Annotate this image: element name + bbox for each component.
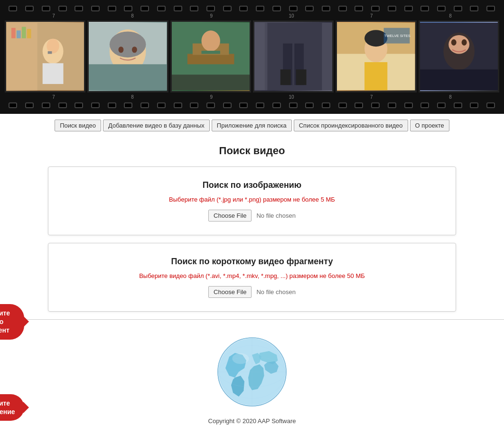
- nav-about[interactable]: О проекте: [410, 120, 449, 131]
- nav-search-video[interactable]: Поиск видео: [55, 120, 101, 131]
- main-content: Выберите видео фрагмент Выберите изображ…: [38, 166, 466, 312]
- hole: [157, 6, 166, 11]
- filmstrip-bottom-holes: [0, 101, 504, 110]
- hole: [289, 102, 298, 108]
- svg-point-39: [451, 39, 456, 46]
- frame-number-top: 10: [289, 13, 294, 18]
- svg-point-13: [119, 46, 124, 53]
- image-file-input-row: Choose File No file chosen: [67, 210, 437, 222]
- frame-number-bottom: 9: [210, 94, 213, 100]
- hole: [206, 6, 215, 11]
- hole: [272, 102, 281, 108]
- hole: [42, 102, 50, 108]
- video-search-title: Поиск по короткому видео фрагменту: [67, 257, 437, 267]
- svg-rect-2: [11, 28, 16, 38]
- hole: [355, 102, 363, 108]
- frame-number-top: 8: [131, 13, 134, 18]
- hole: [289, 6, 298, 11]
- hole: [371, 102, 380, 108]
- hole: [140, 102, 149, 108]
- hole: [404, 6, 413, 11]
- image-search-title: Поиск по изображению: [67, 180, 437, 190]
- svg-rect-4: [22, 27, 26, 38]
- hole: [174, 102, 182, 108]
- svg-text:TWELVE SITES: TWELVE SITES: [384, 34, 411, 38]
- svg-rect-28: [254, 23, 267, 90]
- svg-rect-21: [172, 74, 250, 90]
- hole: [355, 6, 363, 11]
- hole: [388, 6, 396, 11]
- image-choose-file-button[interactable]: Choose File: [208, 210, 252, 222]
- hole: [470, 6, 478, 11]
- hole: [91, 102, 100, 108]
- film-frame: [170, 20, 251, 92]
- hole: [486, 6, 495, 11]
- frame-number-top: 7: [52, 13, 55, 18]
- hole: [91, 6, 100, 11]
- hole: [437, 102, 446, 108]
- callout-image: Выберите изображение: [0, 394, 24, 421]
- hole: [75, 6, 83, 11]
- video-file-input-row: Choose File No file chosen: [67, 286, 437, 298]
- image-search-section: Поиск по изображению Выберите файл (*.jp…: [48, 166, 456, 235]
- filmstrip-top-holes: [0, 4, 504, 13]
- svg-point-50: [232, 353, 249, 364]
- hole: [305, 6, 314, 11]
- hole: [25, 102, 34, 108]
- hole: [9, 6, 17, 11]
- hole: [371, 6, 380, 11]
- filmstrip-frames: TWELVE SITES: [0, 18, 504, 94]
- hole: [174, 6, 182, 11]
- nav-indexed-list[interactable]: Список проиндексированного видео: [294, 120, 408, 131]
- hole: [388, 102, 396, 108]
- svg-rect-23: [265, 23, 322, 90]
- svg-point-38: [448, 35, 469, 54]
- hole: [190, 102, 198, 108]
- hole: [437, 6, 446, 11]
- hole: [223, 6, 232, 11]
- navbar: Поиск видео Добавление видео в базу данн…: [0, 114, 504, 137]
- svg-rect-1: [6, 23, 37, 90]
- svg-point-19: [201, 30, 220, 51]
- video-search-desc: Выберите видео файл (*.avi, *.mp4, *.mkv…: [67, 272, 437, 279]
- hole: [454, 6, 462, 11]
- hole: [124, 102, 132, 108]
- frame-number-top: 7: [370, 13, 373, 18]
- image-no-file-label: No file chosen: [256, 212, 295, 219]
- filmstrip: 7 8 9 10 7 8: [0, 0, 504, 114]
- hole: [75, 102, 83, 108]
- hole: [272, 6, 281, 11]
- hole: [9, 102, 17, 108]
- svg-point-40: [461, 39, 467, 46]
- callout-video: Выберите видео фрагмент: [0, 304, 24, 340]
- film-frame: [5, 20, 85, 92]
- hole: [256, 102, 264, 108]
- hole: [223, 102, 232, 108]
- nav-search-app[interactable]: Приложение для поиска: [212, 120, 292, 131]
- hole: [157, 102, 166, 108]
- hole: [58, 6, 67, 11]
- hole: [470, 102, 478, 108]
- svg-point-8: [47, 39, 59, 54]
- hole: [305, 102, 314, 108]
- hole: [420, 102, 429, 108]
- hole: [206, 102, 215, 108]
- film-frame: [419, 20, 499, 92]
- hole: [58, 102, 67, 108]
- frame-number-top: 9: [210, 13, 213, 18]
- hole: [338, 6, 347, 11]
- section-divider: [0, 319, 504, 320]
- svg-rect-33: [364, 62, 387, 90]
- frame-number-bottom: 8: [131, 94, 134, 100]
- image-search-desc: Выберите файл (*.jpg или *.png) размером…: [67, 196, 437, 203]
- video-choose-file-button[interactable]: Choose File: [208, 286, 252, 298]
- hole: [420, 6, 429, 11]
- frame-number-top: 8: [449, 13, 452, 18]
- svg-rect-9: [48, 51, 52, 54]
- nav-add-video[interactable]: Добавление видео в базу данных: [103, 120, 210, 131]
- svg-rect-7: [43, 63, 64, 84]
- footer: Copyright © 2020 AAP Software: [0, 417, 504, 425]
- video-no-file-label: No file chosen: [256, 288, 295, 296]
- frame-number-bottom: 8: [449, 94, 452, 100]
- film-frame: [87, 20, 168, 92]
